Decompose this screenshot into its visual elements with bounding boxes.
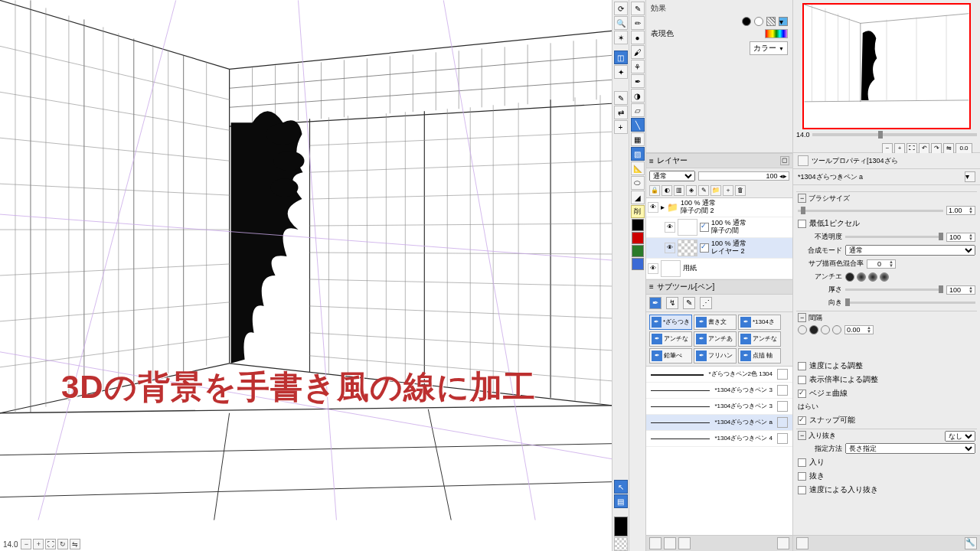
layer-check[interactable] [700,223,709,232]
speed-inout-check[interactable] [798,486,806,494]
pen-icon[interactable]: ✒ [631,74,645,88]
zoom-icon[interactable]: 🔍 [614,16,628,30]
effect-dot-outline[interactable] [754,17,763,26]
nav-flip-icon[interactable]: ⇋ [943,143,954,154]
ruler-icon[interactable]: 📐 [631,161,645,175]
subtool-dup-icon[interactable] [664,537,676,549]
stroke-preset[interactable]: *1304ざらつきペン 3 [646,383,792,399]
shape-icon[interactable]: ◢ [631,191,645,204]
layer-item-folder[interactable]: 👁 ▸📁 100 % 通常障子の間 2 [646,198,792,217]
layer-del-icon[interactable]: 🗑 [735,185,746,196]
wand-icon[interactable]: ✦ [614,65,628,79]
rotate-icon[interactable]: ↻ [57,539,68,549]
bezier-check[interactable] [798,390,806,398]
layer-clip-icon[interactable]: ▥ [674,185,684,196]
subtool-tab-2-icon[interactable]: ↯ [666,297,678,309]
bgswatch-icon[interactable] [614,537,628,551]
move-view-icon[interactable]: ⟳ [614,2,628,15]
pencil-icon[interactable]: ✏ [631,16,645,30]
effect-dot-fill[interactable]: ▾ [779,17,788,26]
effect-dot-tone[interactable] [766,17,776,26]
nav-zoomin-icon[interactable]: + [894,143,905,154]
subtool-button[interactable]: ✒*1304さ [738,315,781,330]
spacing-field[interactable]: 0.00▲▼ [844,325,874,334]
subtool-button[interactable]: ✒フリハン [694,348,737,364]
thickness-field[interactable]: 100▲▼ [946,285,975,295]
layer-panel-handle-icon[interactable]: ≡ [649,157,654,165]
subtool-router-icon[interactable]: ⇄ [614,106,628,119]
drop-icon[interactable]: ● [631,31,645,44]
zoom-in-icon[interactable]: + [33,539,44,549]
in-check[interactable] [798,458,806,467]
layer-item[interactable]: 👁 100 % 通常障子の間 [646,217,792,238]
nav-rotateR-icon[interactable]: ↷ [931,143,942,154]
zoom-out-icon[interactable]: − [21,539,31,549]
layer-check[interactable] [700,243,709,253]
prop-save-icon[interactable] [796,537,808,549]
subtool-menu-icon[interactable] [777,537,789,549]
min1px-check[interactable] [798,220,806,228]
subtool-handle-icon[interactable]: ≡ [649,282,654,291]
subcolor-field[interactable]: 0▲▼ [867,259,896,269]
swatch-black[interactable] [632,219,644,231]
nav-zoomout-icon[interactable]: − [882,143,893,154]
navigator-thumbnail[interactable] [802,3,971,129]
canvas-area[interactable]: 14.0 − + ⛶ ↻ ⇋ [0,0,612,551]
stroke-preset[interactable]: *1304ざらつきペン a [646,415,792,431]
lasso-icon[interactable]: ◫ [614,51,628,64]
erase-column-label[interactable]: 削 [631,205,645,218]
visibility-icon[interactable]: 👁 [648,263,658,274]
nav-fit-icon[interactable]: ⛶ [906,143,917,154]
subtool-button[interactable]: ✒書き文 [694,315,737,330]
subtool-tab-4-icon[interactable]: ⋰ [700,297,712,309]
layer-panel-close-icon[interactable]: ▢ [780,156,789,165]
inout-select[interactable]: なし [945,431,975,442]
blend-icon[interactable]: ◑ [631,89,645,103]
inout-method-select[interactable]: 長さ指定 [845,443,975,454]
zoom-adjust-check[interactable] [798,376,806,384]
layer-lock-icon[interactable]: 🔒 [649,185,660,196]
color-mode-select[interactable]: カラー▼ [750,41,788,55]
stroke-preset[interactable]: *1304ざらつきペン 3 [646,399,792,415]
stroke-preset[interactable]: *ざらつきペン2色 1304 [646,367,792,383]
subtool-button[interactable]: ✒*ざらつき [649,315,692,330]
flip-icon[interactable]: ⇋ [70,539,80,549]
snap-check[interactable] [798,416,806,425]
visibility-icon[interactable]: 👁 [648,202,658,213]
prop-menu-icon[interactable]: ▾ [965,171,975,182]
subtool-button[interactable]: ✒アンチな [649,331,692,347]
visibility-icon[interactable]: 👁 [665,222,675,233]
swatch-green[interactable] [632,245,644,257]
blend-select[interactable]: 通常 [845,245,975,256]
oval-icon[interactable]: ⬭ [631,176,645,190]
layer-folder-icon[interactable]: 📁 [710,185,721,196]
subtool-add-icon[interactable] [649,537,662,549]
effect-dot-solid[interactable] [742,17,751,26]
swatch-red[interactable] [632,232,644,244]
subtool-button[interactable]: ✒アンチな [738,331,781,347]
subtool-del-icon[interactable] [678,537,691,549]
out-check[interactable] [798,472,806,481]
subtool-button[interactable]: ✒鉛筆ぺ [649,348,692,364]
layer-mask-icon[interactable]: ◐ [662,185,672,196]
prop-wrench-icon[interactable]: 🔧 [965,537,977,549]
fill-icon[interactable]: ▧ [631,147,645,161]
selection-icon[interactable]: ✶ [614,31,628,44]
subtool-frame-icon[interactable]: ▤ [614,494,628,508]
brush-size-field[interactable]: 1.00▲▼ [946,206,975,215]
subtool-figure-icon[interactable]: ↖ [614,480,628,494]
layer-ref-icon[interactable]: ◈ [686,185,697,196]
gradient-icon[interactable]: ▦ [631,132,645,146]
fit-icon[interactable]: ⛶ [45,539,56,549]
subtool-tab-pen-icon[interactable]: ✒ [649,297,662,309]
foreground-swatch[interactable] [614,517,628,536]
eyedropper-icon[interactable]: ✎ [631,2,645,15]
subtool-button[interactable]: ✒点描 軸 [738,348,781,364]
nav-rotateL-icon[interactable]: ↶ [919,143,929,154]
layer-draft-icon[interactable]: ✎ [698,185,709,196]
spray-icon[interactable]: ⚘ [631,60,645,73]
subtool-tab-3-icon[interactable]: ✎ [683,297,695,309]
brush-icon[interactable]: 🖌 [631,45,645,59]
swatch-blue[interactable] [632,258,644,270]
subtool-pen-tab-icon[interactable]: ✎ [614,91,628,105]
